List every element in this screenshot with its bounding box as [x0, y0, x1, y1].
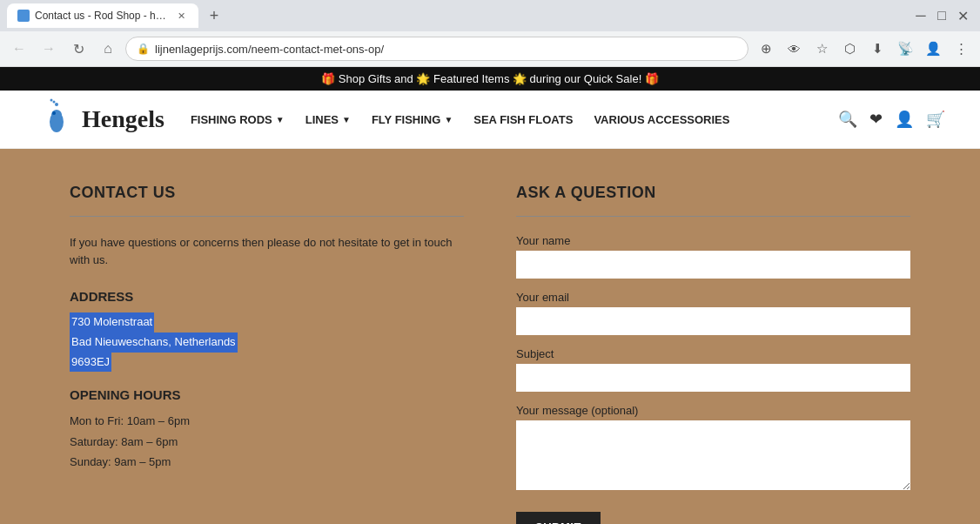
chevron-down-icon: ▼ — [444, 115, 453, 124]
name-field-group: Your name — [516, 234, 910, 279]
nav-fly-fishing[interactable]: FLY FISHING ▼ — [372, 113, 453, 126]
cast-icon[interactable]: 📡 — [893, 37, 917, 61]
star-icon[interactable]: ☆ — [809, 37, 834, 61]
announcement-bar: 🎁 Shop Gifts and 🌟 Featured Items 🌟 duri… — [0, 67, 980, 91]
forward-button[interactable]: → — [37, 37, 61, 61]
email-input[interactable] — [516, 307, 910, 335]
address-line-1: 730 Molenstraat — [70, 312, 154, 333]
browser-chrome: Contact us - Rod Shop - https... ✕ + ─ □… — [0, 0, 980, 67]
nav-fishing-rods[interactable]: FISHING RODS ▼ — [191, 113, 285, 126]
contact-intro: If you have questions or concerns then p… — [70, 234, 464, 268]
svg-point-4 — [53, 101, 56, 104]
close-button[interactable]: ✕ — [956, 9, 970, 23]
message-textarea[interactable] — [516, 420, 910, 490]
hours-row-0: Mon to Fri: 10am – 6pm — [70, 411, 464, 431]
announcement-text: 🎁 Shop Gifts and 🌟 Featured Items 🌟 duri… — [321, 72, 659, 85]
hours-row-2: Sunday: 9am – 5pm — [70, 452, 464, 472]
minimize-button[interactable]: ─ — [914, 9, 928, 23]
section-divider — [70, 216, 464, 217]
subject-label: Subject — [516, 347, 910, 360]
address-line-2: Bad Nieuweschans, Netherlands — [70, 333, 238, 353]
header-icons: 🔍 ❤ 👤 🛒 — [838, 110, 945, 129]
site-logo[interactable]: Hengels — [35, 97, 164, 141]
hours-title: OPENING HOURS — [70, 387, 464, 402]
lock-icon: 🔒 — [137, 43, 150, 55]
tab-bar: Contact us - Rod Shop - https... ✕ + ─ □… — [0, 0, 980, 31]
wishlist-icon[interactable]: ❤ — [869, 110, 883, 129]
ask-question-title: ASK A QUESTION — [516, 184, 910, 202]
site-wrapper: 🎁 Shop Gifts and 🌟 Featured Items 🌟 duri… — [0, 67, 980, 524]
tab-close-button[interactable]: ✕ — [176, 9, 188, 23]
main-nav: FISHING RODS ▼ LINES ▼ FLY FISHING ▼ SEA… — [191, 113, 838, 126]
contact-us-title: CONTACT US — [70, 184, 464, 202]
extensions-icon[interactable]: ⬡ — [837, 37, 862, 61]
message-label: Your message (optional) — [516, 404, 910, 417]
email-label: Your email — [516, 291, 910, 304]
tab-title: Contact us - Rod Shop - https... — [35, 10, 167, 22]
search-icon[interactable]: 🔍 — [838, 110, 857, 129]
download-icon[interactable]: ⬇ — [865, 37, 889, 61]
window-controls: ─ □ ✕ — [914, 9, 973, 23]
form-divider — [516, 216, 910, 217]
cart-icon[interactable]: 🛒 — [926, 110, 945, 129]
url-text: lijnenlageprijs.com/neem-contact-met-ons… — [155, 43, 384, 56]
menu-icon[interactable]: ⋮ — [949, 37, 973, 61]
address-line-3: 9693EJ — [70, 353, 111, 373]
address-title: ADDRESS — [70, 289, 464, 304]
subject-input[interactable] — [516, 364, 910, 392]
svg-point-3 — [55, 103, 58, 106]
contact-left: CONTACT US If you have questions or conc… — [70, 184, 464, 524]
contact-right: ASK A QUESTION Your name Your email Subj… — [516, 184, 910, 524]
svg-point-5 — [50, 99, 53, 102]
chevron-down-icon: ▼ — [276, 115, 285, 124]
back-button[interactable]: ← — [7, 37, 31, 61]
reload-button[interactable]: ↻ — [66, 37, 91, 61]
tab-favicon — [17, 10, 30, 22]
name-input[interactable] — [516, 251, 910, 279]
main-content: CONTACT US If you have questions or conc… — [0, 149, 980, 524]
address-bar[interactable]: 🔒 lijnenlageprijs.com/neem-contact-met-o… — [125, 37, 748, 61]
subject-field-group: Subject — [516, 347, 910, 392]
new-tab-button[interactable]: + — [202, 3, 226, 28]
logo-text: Hengels — [82, 107, 164, 131]
email-field-group: Your email — [516, 291, 910, 335]
account-icon[interactable]: 👤 — [895, 110, 914, 129]
profile-icon[interactable]: 👤 — [921, 37, 945, 61]
address-bar-row: ← → ↻ ⌂ 🔒 lijnenlageprijs.com/neem-conta… — [0, 31, 980, 66]
screenshot-icon[interactable]: 👁 — [782, 37, 806, 61]
logo-svg — [35, 97, 78, 141]
name-label: Your name — [516, 234, 910, 247]
svg-point-1 — [50, 111, 64, 132]
nav-various-accessories[interactable]: VARIOUS ACCESSORIES — [594, 113, 729, 126]
active-tab[interactable]: Contact us - Rod Shop - https... ✕ — [7, 3, 198, 28]
nav-sea-fish-floats[interactable]: SEA FISH FLOATS — [473, 113, 573, 126]
translate-icon[interactable]: ⊕ — [754, 37, 778, 61]
restore-button[interactable]: □ — [935, 9, 949, 23]
home-button[interactable]: ⌂ — [96, 37, 120, 61]
toolbar-icons: ⊕ 👁 ☆ ⬡ ⬇ 📡 👤 ⋮ — [754, 37, 973, 61]
nav-lines[interactable]: LINES ▼ — [305, 113, 351, 126]
site-header: Hengels FISHING RODS ▼ LINES ▼ FLY FISHI… — [0, 91, 980, 149]
logo-name: Hengels — [82, 107, 164, 131]
submit-button[interactable]: SUBMIT — [516, 512, 601, 524]
message-field-group: Your message (optional) — [516, 404, 910, 493]
svg-point-2 — [52, 111, 56, 115]
chevron-down-icon: ▼ — [342, 115, 351, 124]
hours-row-1: Saturday: 8am – 6pm — [70, 432, 464, 452]
